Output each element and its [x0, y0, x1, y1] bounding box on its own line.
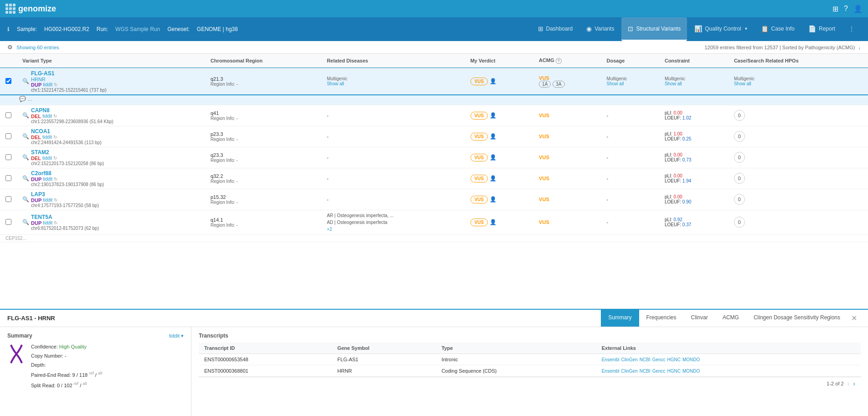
refresh-icon[interactable]: ↻: [54, 177, 57, 182]
tiddit-link[interactable]: tiddit: [42, 135, 52, 140]
more-options[interactable]: ⋮: [842, 17, 861, 41]
comment-icon[interactable]: 💬: [19, 96, 26, 102]
checkbox-cell[interactable]: [0, 210, 17, 234]
mondo-link-1[interactable]: MONDO: [682, 357, 700, 362]
hgnc-link-2[interactable]: HGNC: [667, 369, 681, 374]
sort-icon[interactable]: ↓: [858, 45, 861, 50]
verdict-user-icon[interactable]: 👤: [490, 175, 496, 182]
search-icon[interactable]: 🔍: [22, 175, 29, 182]
checkbox-cell[interactable]: [0, 105, 17, 126]
tab-quality-control[interactable]: 📊 Quality Control ▾: [688, 17, 753, 41]
refresh-icon[interactable]: ↻: [54, 220, 57, 225]
verdict-badge[interactable]: VUS: [470, 112, 488, 120]
ensembl-link-2[interactable]: Ensembl: [602, 369, 620, 374]
verdict-badge[interactable]: VUS: [470, 154, 488, 161]
diseases-more[interactable]: +2: [327, 227, 332, 232]
tiddit-link[interactable]: tiddit: [43, 198, 52, 203]
refresh-icon[interactable]: ↻: [54, 82, 57, 87]
table-row[interactable]: 🔍 CAPN8 DEL tiddit ↻ chr1:223557298-2236…: [0, 105, 868, 126]
tab-variants[interactable]: ◉ Variants: [580, 17, 620, 41]
table-row[interactable]: 🔍 STAM2 DEL tiddit ↻ chr2:152120173-1521…: [0, 147, 868, 168]
checkbox-cell[interactable]: [0, 168, 17, 189]
verdict-badge[interactable]: VUS: [470, 78, 488, 85]
clingen-link-1[interactable]: ClinGen: [621, 357, 638, 362]
verdict-user-icon[interactable]: 👤: [490, 219, 496, 225]
gencc-link-2[interactable]: Gencc: [652, 369, 666, 374]
tab-frequencies[interactable]: Frequencies: [639, 310, 684, 327]
prev-page-button[interactable]: ‹: [847, 380, 850, 387]
mondo-link-2[interactable]: MONDO: [682, 369, 700, 374]
checkbox-cell[interactable]: [0, 68, 17, 95]
verdict-badge[interactable]: VUS: [470, 218, 488, 226]
table-row[interactable]: 🔍 FLG-AS1 HRNR DUP tiddit ↻ chr1:1522147…: [0, 68, 868, 95]
row-checkbox[interactable]: [5, 219, 11, 225]
search-icon[interactable]: 🔍: [22, 112, 29, 119]
gene-name-1[interactable]: NCOA1: [31, 128, 102, 135]
gencc-link-1[interactable]: Gencc: [652, 357, 666, 362]
hgnc-link-1[interactable]: HGNC: [667, 357, 681, 362]
filter-icon[interactable]: ⚙: [7, 44, 13, 51]
dosage-show-all[interactable]: Show all: [607, 81, 654, 86]
verdict-user-icon[interactable]: 👤: [490, 154, 496, 161]
tab-clinvar[interactable]: Clinvar: [684, 310, 715, 327]
verdict-badge[interactable]: VUS: [470, 175, 488, 182]
panel-close-button[interactable]: ✕: [847, 310, 861, 326]
tiddit-link[interactable]: tiddit: [42, 156, 52, 161]
search-icon[interactable]: 🔍: [22, 133, 29, 140]
checkbox-cell[interactable]: [0, 189, 17, 210]
tab-structural-variants[interactable]: ⊡ Structural Variants: [621, 17, 687, 41]
gene-name-1[interactable]: TENT5A: [31, 214, 99, 220]
row-checkbox[interactable]: [5, 133, 11, 139]
verdict-user-icon[interactable]: 👤: [490, 133, 496, 140]
tab-report[interactable]: 📄 Report: [802, 17, 842, 41]
run-value[interactable]: WGS Sample Run: [115, 26, 160, 32]
clingen-link-2[interactable]: ClinGen: [621, 369, 638, 374]
gene-name-1[interactable]: LAP3: [31, 191, 99, 198]
refresh-icon[interactable]: ↻: [53, 156, 57, 161]
refresh-icon[interactable]: ↻: [53, 114, 57, 119]
checkbox-cell[interactable]: [0, 147, 17, 168]
tab-summary[interactable]: Summary: [601, 310, 639, 327]
tiddit-link[interactable]: tiddit: [43, 82, 52, 87]
verdict-badge[interactable]: VUS: [470, 196, 488, 203]
tiddit-dropdown[interactable]: tiddit ▾: [169, 333, 184, 339]
tab-dashboard[interactable]: ⊞ Dashboard: [532, 17, 579, 41]
tab-clingen[interactable]: Clingen Dosage Sensitivity Regions: [746, 310, 847, 327]
row-checkbox[interactable]: [5, 154, 11, 160]
constraint-show-all[interactable]: Show all: [665, 81, 723, 86]
help-icon[interactable]: ?: [844, 5, 848, 13]
table-row[interactable]: 🔍 NCOA1 DEL tiddit ↻ chr2:24491424-24491…: [0, 126, 868, 147]
verdict-badge[interactable]: VUS: [470, 133, 488, 140]
gene-name-2[interactable]: HRNR: [31, 77, 107, 82]
verdict-user-icon[interactable]: 👤: [490, 196, 496, 203]
acmg-info-icon[interactable]: ?: [556, 58, 562, 64]
checkbox-cell[interactable]: [0, 126, 17, 147]
ncbi-link-2[interactable]: NCBI: [640, 369, 651, 374]
verdict-user-icon[interactable]: 👤: [490, 78, 496, 84]
row-checkbox[interactable]: [5, 196, 11, 202]
user-icon[interactable]: 👤: [853, 5, 863, 13]
tiddit-link[interactable]: tiddit: [42, 114, 52, 119]
search-icon[interactable]: 🔍: [22, 196, 29, 203]
row-checkbox[interactable]: [5, 112, 11, 118]
search-icon[interactable]: 🔍: [22, 78, 29, 84]
tiddit-link[interactable]: tiddit: [43, 177, 52, 182]
hpos-show-all[interactable]: Show all: [734, 81, 863, 86]
next-page-button[interactable]: ›: [853, 380, 855, 387]
table-row[interactable]: 🔍 LAP3 DUP tiddit ↻ chr4:17577193-175772…: [0, 189, 868, 210]
search-icon[interactable]: 🔍: [22, 154, 29, 161]
search-icon[interactable]: 🔍: [22, 219, 29, 225]
refresh-icon[interactable]: ↻: [54, 198, 57, 203]
gene-name-1[interactable]: STAM2: [31, 149, 104, 156]
gene-name-1[interactable]: CAPN8: [31, 107, 114, 114]
row-checkbox[interactable]: [5, 175, 11, 181]
table-row[interactable]: 🔍 TENT5A DUP tiddit ↻ chr6:81752012-8175…: [0, 210, 868, 234]
acmg-badge-1a[interactable]: 1A: [539, 81, 551, 88]
grid-icon[interactable]: ⊞: [832, 5, 838, 13]
ensembl-link-1[interactable]: Ensembl: [602, 357, 620, 362]
diseases-show-all[interactable]: Show all: [327, 81, 460, 86]
verdict-user-icon[interactable]: 👤: [490, 112, 496, 119]
gene-name-1[interactable]: C2orf88: [31, 170, 104, 177]
tab-case-info[interactable]: 📋 Case Info: [754, 17, 801, 41]
table-row[interactable]: 🔍 C2orf88 DUP tiddit ↻ chr2:190137823-19…: [0, 168, 868, 189]
